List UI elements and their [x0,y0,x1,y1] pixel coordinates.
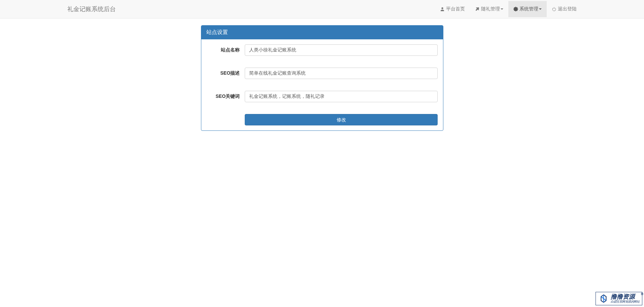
caret-down-icon [501,8,503,10]
settings-form: 站点名称 SEO描述 SEO关键词 [206,44,438,125]
panel-title: 站点设置 [201,26,443,39]
form-group-sitename: 站点名称 [206,44,438,56]
input-sitename[interactable] [245,44,438,56]
main-container: 站点设置 站点名称 SEO描述 SEO关键词 [196,25,448,131]
submit-row: 修改 [206,114,438,125]
form-group-seokeywords: SEO关键词 [206,91,438,102]
label-seokeywords: SEO关键词 [206,93,245,100]
nav-gift-mgmt-label: 随礼管理 [481,6,500,12]
nav-gift-mgmt[interactable]: 随礼管理 [470,1,508,17]
navbar-brand[interactable]: 礼金记账系统后台 [62,0,121,18]
submit-button[interactable]: 修改 [245,114,438,125]
nav-logout-label: 退出登陆 [558,6,577,12]
gear-icon [513,7,518,11]
nav-home-label: 平台首页 [446,6,465,12]
navbar-nav: 平台首页 随礼管理 系统管理 [435,1,582,17]
label-seodesc: SEO描述 [206,70,245,76]
nav-home[interactable]: 平台首页 [435,1,470,17]
label-sitename: 站点名称 [206,47,245,53]
nav-system-mgmt[interactable]: 系统管理 [508,1,547,17]
power-icon [552,7,556,11]
nav-system-mgmt-label: 系统管理 [519,6,538,12]
panel-body: 站点名称 SEO描述 SEO关键词 [201,39,443,130]
input-seokeywords[interactable] [245,91,438,102]
pushpin-icon [475,7,480,11]
user-icon [440,7,445,11]
navbar: 礼金记账系统后台 平台首页 随礼管理 [0,0,644,18]
settings-panel: 站点设置 站点名称 SEO描述 SEO关键词 [201,25,443,131]
input-seodesc[interactable] [245,68,438,79]
nav-logout[interactable]: 退出登陆 [547,1,582,17]
form-group-seodesc: SEO描述 [206,68,438,79]
caret-down-icon [539,8,542,10]
